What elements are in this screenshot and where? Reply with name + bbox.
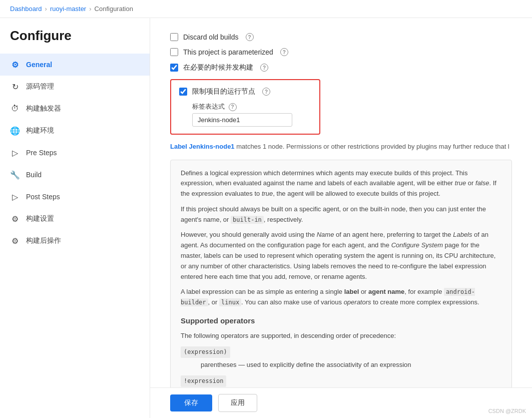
restrict-node-row: 限制项目的运行节点 ? (179, 87, 311, 96)
sidebar-item-label-general: General (26, 61, 52, 69)
breadcrumb-sep-2: › (89, 5, 91, 13)
sidebar-item-triggers[interactable]: ⏱ 构建触发器 (0, 98, 150, 120)
discard-builds-label: Discard old builds (183, 33, 239, 41)
sidebar-item-label-source: 源码管理 (26, 82, 54, 91)
sidebar-item-label-settings: 构建设置 (26, 214, 54, 223)
sidebar-item-postbuild[interactable]: ⚙ 构建后操作 (0, 230, 150, 252)
parameterized-help-icon[interactable]: ? (280, 48, 288, 56)
operator-not: !expression NOT — negation; the result o… (181, 375, 501, 387)
label-expr-help-icon[interactable]: ? (229, 103, 237, 111)
discard-builds-checkbox[interactable] (170, 33, 178, 41)
sidebar-item-settings[interactable]: ⚙ 构建设置 (0, 208, 150, 230)
desc-para-3: However, you should generally avoid usin… (181, 230, 501, 282)
node-match-info: Label Jenkins-node1 matches 1 node. Perm… (170, 142, 512, 152)
save-button[interactable]: 保存 (170, 394, 212, 411)
page-title: Configure (0, 28, 150, 54)
breadcrumb-project[interactable]: ruoyi-master (50, 5, 86, 13)
restrict-node-box: 限制项目的运行节点 ? 标签表达式 ? (170, 79, 320, 135)
description-box: Defines a logical expression which deter… (170, 160, 512, 388)
parameterized-row: This project is parameterized ? (170, 48, 512, 56)
concurrent-label: 在必要的时候并发构建 (183, 63, 253, 72)
sidebar-item-label-env: 构建环境 (26, 126, 54, 135)
sidebar-item-label-poststeps: Post Steps (26, 193, 60, 201)
operator-expression-code: (expression) (181, 346, 230, 358)
label-expression-field: 标签表达式 ? (179, 102, 311, 127)
source-icon: ↻ (10, 82, 20, 92)
operator-not-code: !expression (181, 375, 226, 387)
discard-builds-help-icon[interactable]: ? (246, 33, 254, 41)
sidebar-item-presteps[interactable]: ▷ Pre Steps (0, 142, 150, 164)
info-suffix: matches 1 node. Permissions or other res… (235, 143, 509, 150)
parameterized-label: This project is parameterized (183, 48, 273, 56)
env-icon: 🌐 (10, 126, 20, 136)
desc-para-2: If this project should always be built o… (181, 204, 501, 225)
restrict-node-label: 限制项目的运行节点 (192, 87, 255, 96)
restrict-node-help-icon[interactable]: ? (262, 88, 270, 96)
trigger-icon: ⏱ (10, 104, 20, 114)
operators-list: (expression) parentheses — used to expli… (181, 346, 501, 387)
gear-icon: ⚙ (10, 60, 20, 70)
content-area: Discard old builds ? This project is par… (150, 18, 532, 387)
sidebar-item-poststeps[interactable]: ▷ Post Steps (0, 186, 150, 208)
sidebar-item-env[interactable]: 🌐 构建环境 (0, 120, 150, 142)
parameterized-checkbox[interactable] (170, 48, 178, 56)
operator-expression: (expression) parentheses — used to expli… (181, 346, 501, 370)
label-link[interactable]: Label Jenkins-node1 (170, 143, 235, 150)
sidebar-item-label-presteps: Pre Steps (26, 149, 57, 157)
sidebar-item-label-build: Build (26, 171, 42, 179)
supported-operators-heading: Supported operators (181, 315, 501, 327)
discard-builds-row: Discard old builds ? (170, 33, 512, 41)
settings-icon: ⚙ (10, 214, 20, 224)
prestep-icon: ▷ (10, 148, 20, 158)
sidebar-item-label-triggers: 构建触发器 (26, 104, 61, 113)
breadcrumb: Dashboard › ruoyi-master › Configuration (0, 0, 532, 18)
watermark: CSDN @ZRDK (488, 408, 526, 414)
sidebar: Configure ⚙ General ↻ 源码管理 ⏱ 构建触发器 🌐 构建环… (0, 18, 150, 418)
apply-button[interactable]: 应用 (218, 394, 257, 412)
operators-intro: The following operators are supported, i… (181, 331, 501, 341)
label-expression-input[interactable] (192, 113, 292, 127)
footer: 保存 应用 (150, 387, 532, 418)
desc-para-4: A label expression can be as simple as e… (181, 287, 501, 308)
poststep-icon: ▷ (10, 192, 20, 202)
postbuild-icon: ⚙ (10, 236, 20, 246)
operator-expression-desc: parentheses — used to explicitly define … (201, 360, 501, 370)
breadcrumb-dashboard[interactable]: Dashboard (10, 5, 42, 13)
sidebar-item-build[interactable]: 🔧 Build (0, 164, 150, 186)
breadcrumb-sep-1: › (45, 5, 47, 13)
concurrent-row: 在必要的时候并发构建 ? (170, 63, 512, 72)
concurrent-help-icon[interactable]: ? (260, 64, 268, 72)
sidebar-item-source[interactable]: ↻ 源码管理 (0, 76, 150, 98)
restrict-node-checkbox[interactable] (179, 88, 187, 96)
sidebar-item-label-postbuild: 构建后操作 (26, 236, 61, 245)
label-expression-label: 标签表达式 ? (192, 102, 311, 111)
build-icon: 🔧 (10, 170, 20, 180)
sidebar-item-general[interactable]: ⚙ General (0, 54, 150, 76)
breadcrumb-current: Configuration (95, 5, 133, 13)
desc-para-1: Defines a logical expression which deter… (181, 168, 501, 199)
concurrent-checkbox[interactable] (170, 64, 178, 72)
